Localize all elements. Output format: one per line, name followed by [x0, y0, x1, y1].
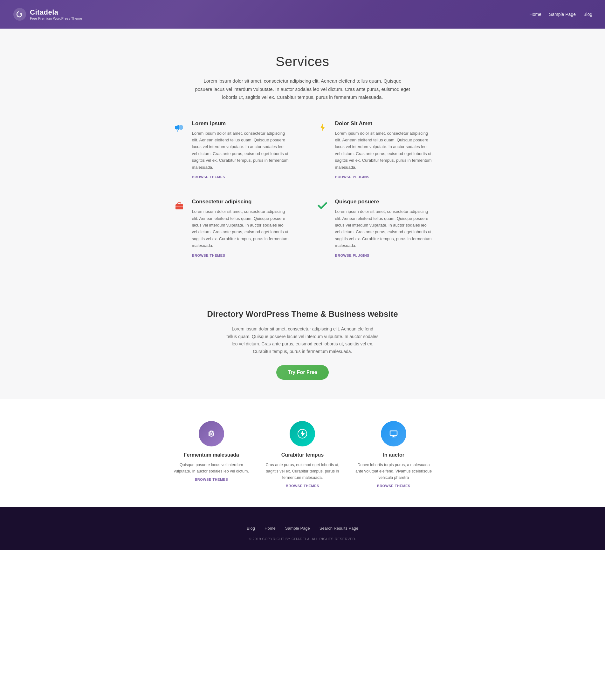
logo-area: Citadela Free Premium WordPress Theme: [13, 7, 82, 21]
nav-home[interactable]: Home: [530, 12, 541, 17]
service-link-3[interactable]: BROWSE THEMES: [192, 254, 225, 257]
service-desc-4: Lorem ipsum dolor sit amet, consectetur …: [335, 208, 433, 249]
features-section: Fermentum malesuada Quisque posuere lacu…: [0, 399, 605, 507]
footer-nav: Blog Home Sample Page Search Results Pag…: [13, 526, 592, 531]
feature-title-2: Curabitur tempus: [281, 452, 324, 458]
logo-icon: [13, 7, 27, 21]
service-title-3: Consectetur adipiscing: [192, 199, 290, 205]
feature-desc-2: Cras ante purus, euismod eget lobortis u…: [263, 462, 342, 481]
feature-link-3[interactable]: BROWSE THEMES: [377, 484, 410, 488]
bolt-icon: [290, 421, 315, 446]
svg-rect-12: [390, 431, 397, 435]
cta-text: Lorem ipsum dolor sit amet, consectetur …: [226, 325, 379, 355]
cta-title: Directory WordPress Theme & Business web…: [13, 309, 592, 319]
feature-item-3: In auctor Donec lobortis turpis purus, a…: [355, 421, 433, 488]
service-desc-3: Lorem ipsum dolor sit amet, consectetur …: [192, 208, 290, 249]
service-content-4: Quisque posuere Lorem ipsum dolor sit am…: [335, 199, 433, 258]
svg-rect-6: [175, 206, 183, 207]
briefcase-icon: [172, 199, 186, 212]
lightning-icon: [315, 120, 329, 134]
svg-line-3: [177, 129, 177, 131]
feature-item-2: Curabitur tempus Cras ante purus, euismo…: [263, 421, 342, 488]
site-footer: Blog Home Sample Page Search Results Pag…: [0, 507, 605, 550]
service-link-4[interactable]: BROWSE PLUGINS: [335, 254, 369, 257]
svg-point-1: [20, 13, 22, 15]
try-for-free-button[interactable]: Try For Free: [276, 365, 329, 380]
nav-blog[interactable]: Blog: [583, 12, 592, 17]
feature-title-3: In auctor: [383, 452, 404, 458]
svg-point-9: [210, 433, 212, 435]
feature-link-1[interactable]: BROWSE THEMES: [195, 478, 228, 481]
footer-nav-sample-page[interactable]: Sample Page: [285, 526, 310, 531]
site-header: Citadela Free Premium WordPress Theme Ho…: [0, 0, 605, 29]
service-link-1[interactable]: BROWSE THEMES: [192, 175, 225, 179]
footer-nav-home[interactable]: Home: [265, 526, 276, 531]
feature-item-1: Fermentum malesuada Quisque posuere lacu…: [172, 421, 251, 488]
feature-title-1: Fermentum malesuada: [184, 452, 239, 458]
logo-tagline: Free Premium WordPress Theme: [30, 17, 82, 20]
services-title: Services: [13, 54, 592, 69]
megaphone-icon: [172, 120, 186, 134]
services-grid: Lorem Ipsum Lorem ipsum dolor sit amet, …: [172, 120, 433, 271]
service-content-1: Lorem Ipsum Lorem ipsum dolor sit amet, …: [192, 120, 290, 180]
service-title-4: Quisque posuere: [335, 199, 433, 205]
service-card-3: Consectetur adipiscing Lorem ipsum dolor…: [172, 199, 290, 258]
checkmark-icon: [315, 199, 329, 212]
service-content-2: Dolor Sit Amet Lorem ipsum dolor sit ame…: [335, 120, 433, 180]
footer-nav-blog[interactable]: Blog: [247, 526, 255, 531]
service-card-4: Quisque posuere Lorem ipsum dolor sit am…: [315, 199, 433, 258]
feature-desc-1: Quisque posuere lacus vel interdum vulpu…: [172, 462, 251, 474]
service-link-2[interactable]: BROWSE PLUGINS: [335, 175, 369, 179]
service-title-2: Dolor Sit Amet: [335, 120, 433, 127]
service-card-1: Lorem Ipsum Lorem ipsum dolor sit amet, …: [172, 120, 290, 180]
service-desc-1: Lorem ipsum dolor sit amet, consectetur …: [192, 130, 290, 171]
features-grid: Fermentum malesuada Quisque posuere lacu…: [172, 421, 433, 488]
cta-section: Directory WordPress Theme & Business web…: [0, 290, 605, 399]
footer-copyright: © 2019 COPYRIGHT BY CITADELA. ALL RIGHTS…: [13, 537, 592, 541]
header-nav: Home Sample Page Blog: [530, 12, 592, 17]
service-desc-2: Lorem ipsum dolor sit amet, consectetur …: [335, 130, 433, 171]
services-section: Services Lorem ipsum dolor sit amet, con…: [0, 29, 605, 290]
monitor-icon: [381, 421, 406, 446]
logo-name: Citadela: [30, 8, 82, 17]
camera-icon: [199, 421, 224, 446]
service-card-2: Dolor Sit Amet Lorem ipsum dolor sit ame…: [315, 120, 433, 180]
services-intro: Lorem ipsum dolor sit amet, consectetur …: [195, 77, 411, 101]
nav-sample-page[interactable]: Sample Page: [549, 12, 576, 17]
footer-nav-search-results[interactable]: Search Results Page: [319, 526, 358, 531]
svg-point-0: [14, 8, 26, 21]
feature-link-2[interactable]: BROWSE THEMES: [286, 484, 319, 488]
svg-marker-11: [300, 430, 305, 437]
svg-rect-2: [175, 126, 176, 129]
service-title-1: Lorem Ipsum: [192, 120, 290, 127]
feature-desc-3: Donec lobortis turpis purus, a malesuada…: [355, 462, 433, 481]
svg-marker-4: [320, 123, 325, 132]
service-content-3: Consectetur adipiscing Lorem ipsum dolor…: [192, 199, 290, 258]
